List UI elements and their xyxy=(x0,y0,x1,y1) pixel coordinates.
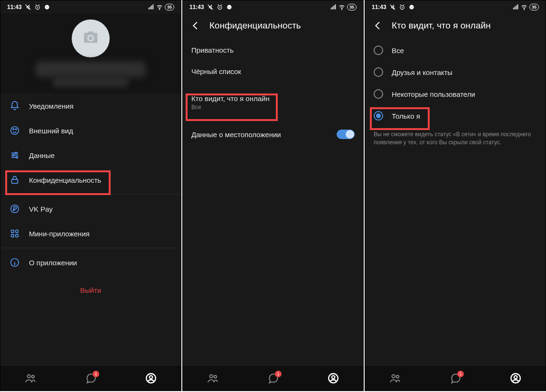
svg-point-54 xyxy=(514,375,517,379)
alarm-icon xyxy=(217,4,223,10)
svg-point-38 xyxy=(214,375,217,378)
radio-icon xyxy=(374,111,383,121)
header-title: Конфиденциальность xyxy=(209,20,301,31)
svg-point-37 xyxy=(210,374,213,378)
svg-point-29 xyxy=(228,7,228,7)
profile-name-blurred xyxy=(38,64,143,75)
svg-rect-8 xyxy=(152,4,153,9)
back-button[interactable] xyxy=(190,20,201,31)
menu-label: Мини-приложения xyxy=(29,230,90,238)
logout-button[interactable]: Выйти xyxy=(0,275,181,306)
avatar-placeholder[interactable] xyxy=(72,19,110,57)
battery-indicator: 35 xyxy=(347,4,357,10)
menu-notifications[interactable]: Уведомления xyxy=(0,93,181,118)
svg-point-51 xyxy=(392,374,395,378)
wifi-icon xyxy=(339,4,345,10)
nav-messages[interactable]: 1 xyxy=(449,372,462,385)
nav-contacts[interactable] xyxy=(388,372,402,385)
svg-point-40 xyxy=(331,375,335,379)
svg-point-45 xyxy=(412,7,413,7)
svg-point-36 xyxy=(341,9,342,9)
nav-messages[interactable]: 1 xyxy=(266,372,280,385)
radio-icon xyxy=(374,89,383,99)
svg-point-30 xyxy=(229,7,229,7)
chat-bubble-icon xyxy=(226,4,233,10)
back-button[interactable] xyxy=(373,20,383,31)
menu-privacy[interactable]: Конфиденциальность xyxy=(0,168,181,192)
radio-icon xyxy=(374,67,383,77)
profile-sub-blurred xyxy=(55,78,126,85)
svg-rect-5 xyxy=(149,8,150,9)
mute-icon xyxy=(25,4,31,10)
option-all[interactable]: Все xyxy=(365,39,546,61)
status-bar: 11:43 35 xyxy=(183,0,363,14)
battery-indicator: 35 xyxy=(165,4,174,10)
svg-rect-49 xyxy=(517,4,518,9)
menu-label: Данные xyxy=(29,151,55,159)
phone-screen-online-visibility: 11:43 35 Кто видит, что я онлайн Все Дру… xyxy=(365,0,546,391)
svg-rect-21 xyxy=(16,234,19,237)
nav-contacts[interactable] xyxy=(206,372,219,385)
option-label: Некоторые пользователи xyxy=(392,90,475,98)
row-sublabel: Все xyxy=(191,104,201,111)
svg-point-11 xyxy=(13,129,14,130)
svg-rect-33 xyxy=(332,7,333,9)
nav-profile[interactable] xyxy=(327,372,340,385)
nav-badge: 1 xyxy=(93,371,99,377)
option-only-me[interactable]: Только я xyxy=(365,105,546,127)
location-toggle[interactable] xyxy=(337,130,355,139)
svg-rect-34 xyxy=(334,6,335,9)
header-title: Кто видит, что я онлайн xyxy=(392,20,491,31)
logout-label: Выйти xyxy=(80,286,101,294)
menu-vkpay[interactable]: VK Pay xyxy=(0,196,181,221)
svg-rect-35 xyxy=(335,4,336,9)
grid-icon xyxy=(9,228,20,239)
signal-icon xyxy=(512,4,519,10)
battery-indicator: 35 xyxy=(529,4,539,10)
status-time: 11:43 xyxy=(7,4,22,10)
svg-rect-19 xyxy=(16,230,19,233)
row-who-sees-online[interactable]: Кто видит, что я онлайн Все xyxy=(183,88,363,117)
row-blacklist[interactable]: Чёрный список xyxy=(183,61,363,82)
row-privacy[interactable]: Приватность xyxy=(183,39,363,61)
menu-about[interactable]: О приложении xyxy=(0,250,181,275)
svg-rect-6 xyxy=(150,7,151,9)
chat-bubble-icon xyxy=(408,4,415,10)
nav-messages[interactable]: 1 xyxy=(84,372,97,385)
status-bar: 11:43 35 xyxy=(0,0,181,14)
svg-point-17 xyxy=(11,205,19,213)
nav-contacts[interactable] xyxy=(24,372,37,385)
divider xyxy=(0,248,181,248)
profile-header[interactable] xyxy=(0,14,181,93)
svg-rect-32 xyxy=(331,8,332,9)
info-icon xyxy=(9,257,20,268)
svg-point-15 xyxy=(16,157,18,159)
chat-bubble-icon xyxy=(44,4,50,10)
alarm-icon xyxy=(34,4,41,10)
svg-point-3 xyxy=(47,7,47,7)
option-label: Все xyxy=(392,47,404,55)
svg-rect-7 xyxy=(151,6,152,9)
divider xyxy=(0,194,181,195)
svg-point-9 xyxy=(159,9,160,9)
nav-profile[interactable] xyxy=(509,372,522,385)
menu-appearance[interactable]: Внешний вид xyxy=(0,118,181,143)
svg-point-26 xyxy=(149,375,152,379)
menu-data[interactable]: Данные xyxy=(0,143,181,168)
option-some[interactable]: Некоторые пользователи xyxy=(365,83,546,105)
nav-badge: 1 xyxy=(275,371,282,377)
screen-header: Кто видит, что я онлайн xyxy=(365,14,546,39)
option-friends[interactable]: Друзья и контакты xyxy=(365,61,546,83)
row-location[interactable]: Данные о местоположении xyxy=(183,123,363,146)
row-label: Данные о местоположении xyxy=(191,131,281,139)
bottom-nav: 1 xyxy=(183,365,363,391)
nav-profile[interactable] xyxy=(144,372,158,385)
svg-rect-16 xyxy=(12,179,18,183)
status-bar: 11:43 35 xyxy=(365,0,546,14)
option-label: Только я xyxy=(392,112,420,120)
svg-rect-48 xyxy=(516,6,517,9)
phone-screen-privacy: 11:43 35 Конфиденциальность Приватность … xyxy=(182,0,364,391)
row-label: Кто видит, что я онлайн xyxy=(191,94,270,103)
signal-icon xyxy=(148,4,154,10)
menu-miniapps[interactable]: Мини-приложения xyxy=(0,221,181,246)
